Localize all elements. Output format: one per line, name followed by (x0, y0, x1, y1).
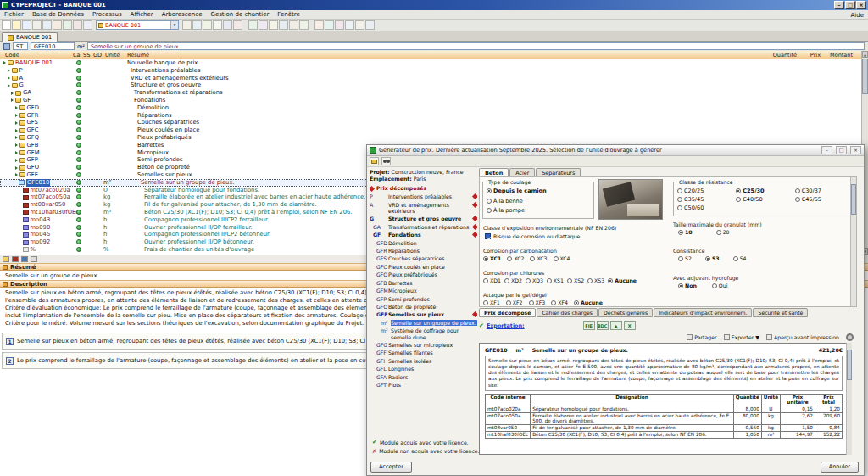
tab-banque-001[interactable]: BANQUE 001 (2, 32, 58, 42)
dlg-tree-row-gfs[interactable]: GFSCouches séparatrices (370, 255, 477, 262)
radio-xf3[interactable]: XF3 (529, 300, 546, 305)
expander-icon[interactable] (15, 106, 18, 109)
col-resume[interactable]: Résumé (127, 52, 149, 59)
toolbar-icon[interactable] (248, 20, 258, 30)
expander-icon[interactable] (8, 76, 10, 80)
toolbar-icon[interactable] (279, 20, 288, 30)
radio-c40-50[interactable]: C40/50 (736, 196, 789, 203)
scroll-thumb[interactable] (862, 59, 868, 94)
dlg-tree-row-gfb[interactable]: GFBBarrettes (370, 279, 477, 287)
bank-combobox[interactable]: BANQUE 001 ▼ (96, 20, 179, 30)
toolbar-icon[interactable] (12, 20, 21, 30)
dlg-tree-row-gfm[interactable]: GFMMicropieux (370, 287, 477, 294)
detail-toolbar-icon[interactable] (3, 256, 9, 262)
dlg-tree-row-g[interactable]: GStructure et gros oeuvre (370, 215, 477, 222)
tab-d-chets-g-n-r-s[interactable]: Déchets générés (598, 308, 653, 317)
dlg-tree-row-gfl[interactable]: GFLLongrines (370, 365, 477, 372)
dlg-tree-row-gfe[interactable]: GFESemelles sur pieux (370, 311, 477, 318)
tab-cahier-des-charges[interactable]: Cahier des charges (537, 308, 598, 317)
dlg-tree-row-gfa[interactable]: GFARadiers (370, 373, 477, 381)
radio-xs1[interactable]: XS1 (547, 277, 564, 283)
radio--la-pompe[interactable]: À la pompe (487, 207, 590, 214)
detail-toolbar-icon[interactable] (12, 256, 19, 262)
dialog-minimize-icon[interactable]: – (821, 146, 832, 154)
dlg-tree-row-gfq[interactable]: GFQPieux préfabriqués (370, 271, 477, 278)
tree-row-p[interactable]: PInterventions préalables (0, 67, 861, 75)
expander-icon[interactable] (8, 69, 10, 72)
tab-indicateurs-d-impact-environnem-[interactable]: Indicateurs d'impact environnem. (654, 308, 752, 317)
menu-processus[interactable]: Processus (88, 11, 126, 18)
radio-c50-60[interactable]: C50/60 (677, 204, 731, 211)
toolbar-icon[interactable] (192, 20, 202, 30)
expander-icon[interactable] (15, 129, 18, 132)
toolbar-icon[interactable] (83, 20, 92, 30)
tab-s-curit-et-sant-[interactable]: Sécurité et santé (753, 308, 808, 317)
excel-export-icon[interactable]: X (624, 321, 636, 330)
export-link[interactable]: Exportation: (487, 322, 525, 329)
radio-xc1[interactable]: XC1 (483, 255, 501, 261)
tree-row-a[interactable]: AVRD et aménagements extérieurs (0, 75, 861, 82)
toolbar-icon[interactable] (233, 20, 242, 30)
toolbar-icon[interactable] (299, 20, 309, 30)
scroll-thumb[interactable] (847, 350, 852, 380)
radio-aucune[interactable]: Aucune (574, 300, 603, 305)
dlg-tree-row-gfr[interactable]: GFRRéparations (370, 247, 477, 255)
radio-c45-55[interactable]: C45/55 (795, 196, 849, 203)
col-ss[interactable]: SS (83, 52, 90, 59)
col-code[interactable]: Code (5, 52, 19, 59)
dlg-tree-row-a[interactable]: AVRD et aménagements extérieurs (370, 201, 477, 216)
toolbar-icon[interactable] (203, 20, 212, 30)
menu-fen-tre[interactable]: Fenêtre (273, 11, 303, 18)
radio-c20-25[interactable]: C20/25 (677, 188, 731, 194)
toolbar-icon[interactable] (335, 20, 344, 30)
dlg-tree-row-gfc[interactable]: GFCPieux coulés en place (370, 263, 477, 271)
tree-row-gfr[interactable]: GFRRéparations (0, 112, 861, 120)
radio-xc4[interactable]: XC4 (554, 255, 570, 261)
concept-kind-field[interactable]: ST (13, 42, 28, 50)
checkbox-checked-icon[interactable] (485, 233, 491, 239)
menu-base-de-donn-es[interactable]: Base de Données (28, 11, 88, 18)
toolbar-icon[interactable] (32, 20, 42, 30)
scroll-up-icon[interactable]: ▲ (862, 51, 868, 58)
radio-20[interactable]: 20 (716, 229, 730, 235)
radio-xd1[interactable]: XD1 (483, 277, 501, 283)
radio-oui[interactable]: Oui (712, 283, 728, 288)
expander-icon[interactable] (15, 173, 18, 176)
toolbar-icon[interactable] (269, 20, 278, 30)
radio-s3[interactable]: S3 (705, 255, 720, 261)
action-aper-u-avant-impression[interactable]: Aperçu avant impression (766, 334, 839, 340)
action-partager[interactable]: Partager (687, 334, 716, 340)
toolbar-icon[interactable] (365, 20, 375, 30)
radio-depuis-le-camion[interactable]: Depuis le camion (487, 188, 590, 194)
dlg-tree-row-gff[interactable]: GFFSemelles filantes (370, 349, 477, 356)
expander-icon[interactable] (15, 159, 18, 162)
tree-row-banque-001[interactable]: BANQUE 001Nouvelle banque de prix (0, 59, 861, 67)
dlg-tree-row-p[interactable]: PInterventions préalables (370, 193, 477, 200)
concept-code-field[interactable]: GFE010 (31, 42, 75, 50)
expander-icon[interactable] (15, 121, 18, 125)
toolbar-icon[interactable] (213, 20, 222, 30)
dialog-maximize-icon[interactable]: □ (836, 146, 847, 154)
radio-c30-37[interactable]: C30/37 (795, 188, 849, 194)
radio-xc3[interactable]: XC3 (530, 255, 547, 261)
dlg-tree-row-gft[interactable]: GFTPlots (370, 381, 477, 389)
minimize-icon[interactable]: – (834, 1, 844, 9)
dlg-tree-row-gfp[interactable]: GFPSemi-profondes (370, 295, 477, 303)
radio-aucune[interactable]: Aucune (608, 277, 637, 283)
dlg-tree-item[interactable]: m²Système de coffrage pour semelle dune (370, 327, 477, 341)
dlg-tree-row-gf[interactable]: GFFondations (370, 231, 477, 238)
col-ca[interactable]: Ca (73, 52, 81, 59)
col-gd[interactable]: GD (93, 52, 102, 59)
export-arrow-icon[interactable]: ▲ (610, 321, 622, 330)
tree-row-gfc[interactable]: GFCPieux coulés en place (0, 126, 861, 134)
expander-icon[interactable] (3, 61, 6, 64)
menu-gestion-de-chantier[interactable]: Gestion de chantier (206, 11, 273, 18)
toolbar-icon[interactable] (22, 20, 31, 30)
dlg-tree-row-gfd[interactable]: GFDDémolition (370, 239, 477, 247)
cancel-button[interactable]: Annuler (821, 462, 859, 473)
toolbar-icon[interactable] (345, 20, 354, 30)
radio-xf4[interactable]: XF4 (551, 300, 568, 305)
tree-row-gf[interactable]: GFFondations (0, 97, 861, 104)
toolbar-icon[interactable] (182, 20, 192, 30)
col-montant[interactable]: Montant (830, 52, 853, 59)
